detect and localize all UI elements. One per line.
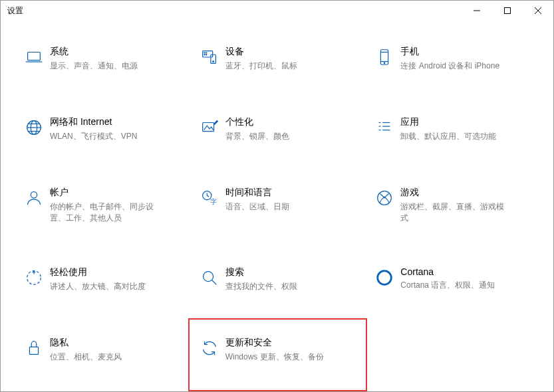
tile-desc: 蓝牙、打印机、鼠标 bbox=[225, 60, 297, 72]
close-button[interactable] bbox=[523, 1, 553, 21]
svg-point-9 bbox=[204, 54, 205, 55]
lock-icon bbox=[18, 336, 50, 365]
settings-window: 设置 系统 显示、声音、通知、电源 bbox=[0, 0, 554, 392]
tile-cortana[interactable]: Cortana Cortana 语言、权限、通知 bbox=[364, 261, 540, 298]
update-icon bbox=[194, 336, 225, 365]
tile-title: Cortana bbox=[400, 266, 495, 277]
tile-desc: 游戏栏、截屏、直播、游戏模式 bbox=[400, 201, 507, 224]
tile-desc: 讲述人、放大镜、高对比度 bbox=[50, 281, 146, 292]
tile-title: 个性化 bbox=[225, 116, 289, 128]
search-icon bbox=[194, 265, 225, 294]
tile-title: 应用 bbox=[400, 116, 496, 128]
minimize-button[interactable] bbox=[462, 1, 492, 21]
time-language-icon: 字 bbox=[194, 185, 225, 215]
tile-title: 隐私 bbox=[50, 337, 122, 349]
svg-point-38 bbox=[378, 270, 392, 284]
svg-point-36 bbox=[203, 271, 213, 281]
personalization-icon bbox=[194, 115, 225, 144]
tile-title: 时间和语言 bbox=[225, 187, 289, 199]
svg-point-16 bbox=[384, 62, 386, 64]
tile-phone[interactable]: 手机 连接 Android 设备和 iPhone bbox=[364, 41, 540, 78]
svg-text:字: 字 bbox=[210, 198, 217, 205]
cortana-icon bbox=[368, 265, 400, 294]
tile-desc: 位置、相机、麦克风 bbox=[50, 351, 122, 363]
svg-rect-39 bbox=[29, 347, 38, 354]
svg-rect-4 bbox=[28, 52, 41, 60]
tile-personalization[interactable]: 个性化 背景、锁屏、颜色 bbox=[190, 111, 365, 148]
tile-desc: 连接 Android 设备和 iPhone bbox=[400, 60, 499, 72]
svg-line-37 bbox=[211, 280, 216, 284]
tile-title: 帐户 bbox=[50, 187, 156, 199]
svg-point-29 bbox=[31, 192, 37, 198]
tile-title: 设备 bbox=[225, 46, 297, 58]
tile-desc: 你的帐户、电子邮件、同步设置、工作、其他人员 bbox=[50, 201, 156, 224]
tile-system[interactable]: 系统 显示、声音、通知、电源 bbox=[14, 41, 190, 78]
apps-icon bbox=[368, 115, 400, 144]
tile-title: 系统 bbox=[50, 46, 138, 58]
window-controls bbox=[462, 1, 553, 21]
laptop-icon bbox=[18, 45, 50, 74]
titlebar: 设置 bbox=[1, 1, 553, 21]
empty-tile bbox=[364, 332, 540, 369]
tile-privacy[interactable]: 隐私 位置、相机、麦克风 bbox=[14, 332, 190, 369]
tile-desc: 背景、锁屏、颜色 bbox=[225, 131, 289, 142]
svg-point-12 bbox=[212, 61, 213, 62]
tile-update-security[interactable]: 更新和安全 Windows 更新、恢复、备份 bbox=[188, 318, 368, 391]
tile-desc: Cortana 语言、权限、通知 bbox=[400, 280, 495, 291]
svg-point-7 bbox=[204, 52, 205, 53]
tile-search[interactable]: 搜索 查找我的文件、权限 bbox=[190, 261, 365, 298]
xbox-icon bbox=[368, 185, 400, 215]
tile-desc: 显示、声音、通知、电源 bbox=[50, 60, 138, 72]
tile-time-language[interactable]: 字 时间和语言 语音、区域、日期 bbox=[190, 181, 365, 228]
tile-network[interactable]: 网络和 Internet WLAN、飞行模式、VPN bbox=[14, 111, 190, 148]
tile-desc: WLAN、飞行模式、VPN bbox=[50, 131, 137, 142]
settings-grid: 系统 显示、声音、通知、电源 设备 蓝牙、打印机、鼠标 手机 bbox=[7, 41, 547, 369]
globe-icon bbox=[18, 115, 50, 144]
svg-rect-1 bbox=[505, 8, 511, 14]
tile-title: 更新和安全 bbox=[225, 337, 324, 349]
svg-line-32 bbox=[207, 195, 209, 197]
person-icon bbox=[18, 185, 50, 215]
phone-icon bbox=[368, 45, 400, 74]
settings-content: 系统 显示、声音、通知、电源 设备 蓝牙、打印机、鼠标 手机 bbox=[1, 21, 553, 375]
tile-desc: 语音、区域、日期 bbox=[225, 201, 289, 213]
maximize-button[interactable] bbox=[492, 1, 523, 21]
window-title: 设置 bbox=[7, 5, 23, 17]
tile-title: 轻松使用 bbox=[50, 266, 146, 278]
tile-desc: Windows 更新、恢复、备份 bbox=[225, 351, 324, 363]
devices-icon bbox=[194, 45, 225, 74]
svg-point-8 bbox=[206, 52, 206, 53]
tile-gaming[interactable]: 游戏 游戏栏、截屏、直播、游戏模式 bbox=[364, 181, 540, 228]
tile-title: 手机 bbox=[400, 46, 499, 58]
svg-point-10 bbox=[206, 54, 206, 55]
tile-devices[interactable]: 设备 蓝牙、打印机、鼠标 bbox=[190, 41, 365, 78]
tile-title: 网络和 Internet bbox=[50, 116, 137, 128]
tile-ease-of-access[interactable]: 轻松使用 讲述人、放大镜、高对比度 bbox=[14, 261, 190, 298]
tile-accounts[interactable]: 帐户 你的帐户、电子邮件、同步设置、工作、其他人员 bbox=[14, 181, 190, 228]
tile-desc: 卸载、默认应用、可选功能 bbox=[400, 131, 496, 142]
tile-apps[interactable]: 应用 卸载、默认应用、可选功能 bbox=[364, 111, 540, 148]
tile-desc: 查找我的文件、权限 bbox=[225, 281, 297, 292]
ease-of-access-icon bbox=[18, 265, 50, 294]
tile-title: 搜索 bbox=[225, 266, 297, 278]
tile-title: 游戏 bbox=[400, 187, 507, 199]
